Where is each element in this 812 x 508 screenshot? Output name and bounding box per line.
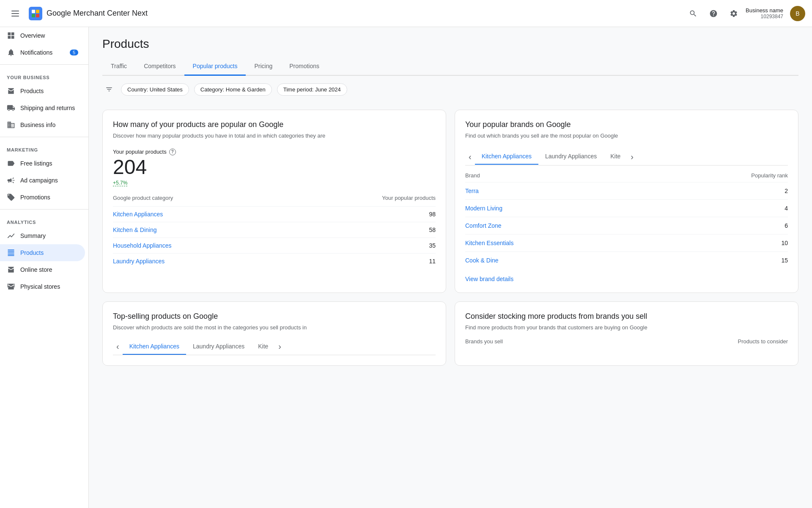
category-filter-chip[interactable]: Category: Home & Garden <box>194 83 272 96</box>
sidebar-item-products[interactable]: Products <box>0 83 85 99</box>
app-title: Google Merchant Center Next <box>47 9 148 18</box>
sidebar-item-online-store-label: Online store <box>20 266 52 273</box>
consider-stocking-subtitle: Find more products from your brands that… <box>465 323 788 332</box>
top-selling-tabs: ‹ Kitchen Appliances Laundry Appliances … <box>113 338 436 355</box>
sidebar-item-online-store[interactable]: Online store <box>0 261 85 278</box>
sidebar-item-business-info-label: Business info <box>20 121 55 128</box>
help-button[interactable] <box>705 5 722 22</box>
popular-products-card-subtitle: Discover how many popular products you h… <box>113 132 436 140</box>
sidebar-item-analytics-products[interactable]: Products <box>0 244 85 261</box>
view-brand-details-link[interactable]: View brand details <box>465 276 788 282</box>
sidebar-item-ad-campaigns[interactable]: Ad campaigns <box>0 172 85 189</box>
top-header: Google Merchant Center Next Business nam… <box>0 0 812 27</box>
search-button[interactable] <box>685 5 702 22</box>
sidebar-item-summary-label: Summary <box>20 232 46 239</box>
card-table-header: Google product category Your popular pro… <box>113 195 436 201</box>
time-period-filter-chip[interactable]: Time period: June 2024 <box>277 83 347 96</box>
brands-tab-kite[interactable]: Kite <box>604 149 627 165</box>
metric-label: Your popular products ? <box>113 149 436 155</box>
physical-stores-icon <box>7 282 15 291</box>
category-link-household-appliances[interactable]: Household Appliances <box>113 242 172 249</box>
top-selling-tab-next[interactable]: › <box>275 338 285 355</box>
category-link-kitchen-dining[interactable]: Kitchen & Dining <box>113 226 157 233</box>
top-selling-tab-prev[interactable]: ‹ <box>113 338 123 355</box>
sidebar-item-promotions[interactable]: Promotions <box>0 189 85 206</box>
brands-tabs: ‹ Kitchen Appliances Laundry Appliances … <box>465 149 788 166</box>
sidebar-item-overview-label: Overview <box>20 32 45 39</box>
tab-traffic[interactable]: Traffic <box>102 58 135 76</box>
sidebar-divider-1 <box>0 64 88 65</box>
metric-info-icon[interactable]: ? <box>169 149 176 155</box>
sidebar-item-business-info[interactable]: Business info <box>0 116 85 133</box>
brands-header-rank: Popularity rank <box>751 172 788 179</box>
top-selling-tab-kite[interactable]: Kite <box>251 339 275 355</box>
category-filter-label: Category: Home & Garden <box>200 86 266 93</box>
brand-link-terra[interactable]: Terra <box>465 188 479 194</box>
brands-tab-next[interactable]: › <box>627 149 637 165</box>
sidebar: Overview Notifications 5 YOUR BUSINESS P… <box>0 27 89 508</box>
brands-sell-header: Brands you sell Products to consider <box>465 338 788 345</box>
popular-brands-card-subtitle: Find out which brands you sell are the m… <box>465 132 788 140</box>
svg-rect-2 <box>32 14 35 17</box>
tab-competitors[interactable]: Competitors <box>135 58 184 76</box>
brands-table-header: Brand Popularity rank <box>465 172 788 179</box>
sidebar-item-notifications-label: Notifications <box>20 49 52 56</box>
rank-3: 10 <box>781 240 788 246</box>
svg-rect-3 <box>36 14 39 17</box>
business-id: 10293847 <box>761 14 783 19</box>
filter-icon <box>102 83 116 96</box>
brand-link-cook-dine[interactable]: Cook & Dine <box>465 257 499 264</box>
rank-1: 4 <box>785 205 788 212</box>
consider-stocking-title: Consider stocking more products from bra… <box>465 312 788 321</box>
sidebar-item-overview[interactable]: Overview <box>0 27 85 44</box>
tab-promotions[interactable]: Promotions <box>281 58 328 76</box>
sidebar-item-shipping[interactable]: Shipping and returns <box>0 99 85 116</box>
time-period-filter-label: Time period: June 2024 <box>283 86 341 93</box>
svg-rect-0 <box>32 10 35 13</box>
consider-stocking-card: Consider stocking more products from bra… <box>455 301 798 366</box>
avatar[interactable]: B <box>790 6 805 21</box>
sidebar-item-physical-stores[interactable]: Physical stores <box>0 278 85 295</box>
category-link-kitchen-appliances[interactable]: Kitchen Appliances <box>113 211 163 218</box>
rank-4: 15 <box>781 257 788 264</box>
brand-link-modern-living[interactable]: Modern Living <box>465 205 502 212</box>
tabs-container: Traffic Competitors Popular products Pri… <box>102 58 798 76</box>
tab-pricing[interactable]: Pricing <box>246 58 281 76</box>
brands-tab-prev[interactable]: ‹ <box>465 149 475 165</box>
brand-link-comfort-zone[interactable]: Comfort Zone <box>465 222 502 229</box>
page-title: Products <box>102 37 798 51</box>
sidebar-item-summary[interactable]: Summary <box>0 227 85 244</box>
sidebar-item-notifications[interactable]: Notifications 5 <box>0 44 85 61</box>
top-selling-card-title: Top-selling products on Google <box>113 312 436 321</box>
business-info-icon <box>7 121 15 129</box>
logo-area: Google Merchant Center Next <box>29 7 148 20</box>
svg-rect-1 <box>36 10 39 13</box>
brand-link-kitchen-essentials[interactable]: Kitchen Essentials <box>465 240 513 246</box>
settings-button[interactable] <box>725 5 742 22</box>
top-selling-tab-laundry[interactable]: Laundry Appliances <box>186 339 251 355</box>
brands-row-4: Cook & Dine 15 <box>465 251 788 269</box>
sidebar-item-promotions-label: Promotions <box>20 194 50 201</box>
brands-tab-laundry-appliances[interactable]: Laundry Appliances <box>538 149 604 165</box>
your-business-section-label: YOUR BUSINESS <box>0 68 88 83</box>
tab-popular-products[interactable]: Popular products <box>184 58 246 76</box>
notifications-badge: 5 <box>70 50 78 55</box>
table-row: Kitchen Appliances 98 <box>113 206 436 222</box>
sidebar-divider-2 <box>0 137 88 137</box>
main-content: Products Traffic Competitors Popular pro… <box>89 27 812 508</box>
row-count-0: 98 <box>429 211 436 218</box>
notifications-icon <box>7 48 15 57</box>
hamburger-menu-button[interactable] <box>7 5 24 22</box>
top-selling-card-subtitle: Discover which products are sold the mos… <box>113 323 436 332</box>
country-filter-chip[interactable]: Country: United States <box>121 83 189 96</box>
header-left: Google Merchant Center Next <box>7 5 685 22</box>
filters-row: Country: United States Category: Home & … <box>102 76 798 103</box>
app-logo <box>29 7 42 20</box>
popular-products-card-title: How many of your products are popular on… <box>113 120 436 129</box>
brands-tab-kitchen-appliances[interactable]: Kitchen Appliances <box>475 149 538 165</box>
sidebar-item-ad-campaigns-label: Ad campaigns <box>20 177 58 184</box>
category-link-laundry-appliances[interactable]: Laundry Appliances <box>113 258 165 265</box>
top-selling-tab-kitchen[interactable]: Kitchen Appliances <box>123 339 186 355</box>
sidebar-item-free-listings[interactable]: Free listings <box>0 155 85 172</box>
table-row: Household Appliances 35 <box>113 237 436 253</box>
